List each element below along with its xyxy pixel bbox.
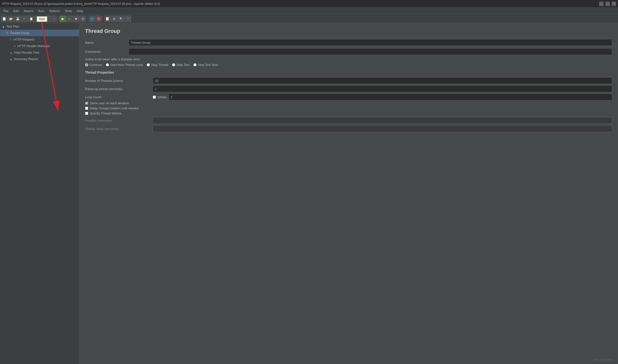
comments-input[interactable] [129, 48, 612, 55]
menu-options[interactable]: Options [46, 8, 62, 14]
specify-lifetime-checkbox[interactable] [85, 112, 88, 115]
sidebar-item-view-results-tree[interactable]: ▲ View Results Tree [0, 49, 79, 56]
sidebar-item-summary-report[interactable]: ▲ Summary Report [0, 56, 79, 62]
menu-help[interactable]: Help [74, 8, 86, 14]
radio-stop-test[interactable]: Stop Test [172, 63, 190, 67]
startup-delay-label: Startup delay (seconds): [85, 127, 153, 130]
startup-delay-input[interactable] [153, 125, 612, 132]
name-row: Name: [85, 39, 612, 46]
toolbar-collapse[interactable]: − [51, 16, 57, 22]
loop-count-label: Loop Count: [85, 95, 153, 99]
thread-group-icon: ⚙ [6, 31, 8, 35]
specify-lifetime-row[interactable]: Specify Thread lifetime [85, 112, 612, 115]
menu-bar: File Edit Search Run Options Tools Help [0, 8, 618, 14]
sidebar-item-label-view-results-tree: View Results Tree [14, 51, 39, 54]
radio-stop-thread-label[interactable]: Stop Thread [151, 63, 168, 67]
toolbar-stop[interactable]: ⏹ [73, 16, 79, 22]
delay-thread-checkbox[interactable] [85, 107, 88, 110]
same-user-label[interactable]: Same user on each iteration [90, 101, 129, 105]
toolbar-new[interactable]: 📄 [1, 16, 7, 22]
toolbar-search[interactable]: 🔍 [118, 16, 124, 22]
sidebar-item-http-header-manager[interactable]: ✕ HTTP Header Manager [0, 43, 79, 49]
toolbar-start[interactable]: ▶ [59, 16, 66, 22]
toolbar-save[interactable]: 💾 [14, 16, 21, 22]
test-plan-icon: ▲ [2, 25, 5, 28]
same-user-checkbox[interactable] [85, 102, 88, 105]
panel-title: Thread Group [85, 28, 612, 34]
num-threads-input[interactable] [153, 77, 612, 84]
radio-stop-thread[interactable]: Stop Thread [147, 63, 168, 67]
delay-thread-label[interactable]: Delay Thread creation until needed [90, 106, 138, 110]
sidebar-item-label-summary-report: Summary Report [14, 57, 38, 61]
action-error-radio-group: Continue Start Next Thread Loop Stop Thr… [85, 63, 612, 67]
duration-row: Duration (seconds): [85, 117, 612, 124]
action-error-label: Action to be taken after a Sampler error [85, 57, 612, 61]
action-error-section: Action to be taken after a Sampler error… [85, 57, 612, 67]
title-bar: HTTP Request_2023-07-09.jmx (D:\java\apa… [0, 0, 618, 8]
toolbar-remote-start[interactable]: 🌐 [89, 16, 95, 22]
sidebar: ▲ Test Plan ⚙ Thread Group ✓ HTTP Reques… [0, 23, 79, 364]
comments-label: Comments: [85, 50, 129, 53]
radio-stop-test-label[interactable]: Stop Test [177, 63, 190, 67]
radio-start-next[interactable]: Start Next Thread Loop [106, 63, 143, 67]
toolbar-shutdown[interactable]: ⏻ [80, 16, 86, 22]
minimize-button[interactable]: — [599, 2, 604, 6]
sidebar-item-http-request[interactable]: ✓ HTTP Request [0, 36, 79, 43]
sidebar-item-label-test-plan: Test Plan [6, 25, 19, 28]
start-tooltip: Start [37, 16, 47, 22]
menu-file[interactable]: File [1, 8, 11, 14]
window-title: HTTP Request_2023-07-09.jmx (D:\java\apa… [2, 2, 160, 6]
radio-start-next-label[interactable]: Start Next Thread Loop [110, 63, 143, 67]
radio-stop-test-now[interactable]: Stop Test Now [193, 63, 218, 67]
toolbar-help[interactable]: ? [125, 16, 131, 22]
infinite-checkbox[interactable] [153, 96, 156, 99]
toolbar: 📄 📂 💾 ✂ 📋 📌 + − ▶ ▷ ⏹ ⏻ 🌐 🛑 📝 🗑 🔍 ? [0, 14, 618, 23]
toolbar-template[interactable]: 📝 [104, 16, 111, 22]
same-user-row[interactable]: Same user on each iteration [85, 101, 612, 105]
toolbar-sep-4 [103, 16, 103, 21]
view-results-tree-icon: ▲ [10, 51, 13, 54]
delay-thread-row[interactable]: Delay Thread creation until needed [85, 106, 612, 110]
rampup-input[interactable] [153, 85, 612, 92]
title-bar-controls: — □ ✕ [599, 2, 616, 6]
sidebar-item-thread-group[interactable]: ⚙ Thread Group [0, 30, 79, 36]
rampup-label: Ramp-up period (seconds): [85, 87, 153, 91]
loop-count-row: Loop Count: Infinite [85, 93, 612, 101]
maximize-button[interactable]: □ [605, 2, 610, 6]
specify-lifetime-label[interactable]: Specify Thread lifetime [90, 112, 122, 115]
num-threads-row: Number of Threads (users): [85, 77, 612, 84]
toolbar-sep-3 [87, 16, 87, 21]
toolbar-sep-2 [58, 16, 58, 21]
menu-tools[interactable]: Tools [62, 8, 74, 14]
sidebar-item-label-http-request: HTTP Request [14, 38, 34, 41]
toolbar-cut[interactable]: ✂ [21, 16, 27, 22]
menu-search[interactable]: Search [21, 8, 36, 14]
duration-input[interactable] [153, 117, 612, 124]
radio-continue-label[interactable]: Continue [89, 63, 102, 67]
close-button[interactable]: ✕ [612, 2, 616, 6]
radio-stop-test-now-label[interactable]: Stop Test Now [198, 63, 218, 67]
main-layout: ▲ Test Plan ⚙ Thread Group ✓ HTTP Reques… [0, 23, 618, 364]
sidebar-item-label-thread-group: Thread Group [10, 31, 29, 35]
loop-count-input[interactable] [168, 94, 612, 100]
name-label: Name: [85, 41, 129, 44]
name-input[interactable] [129, 39, 612, 46]
startup-delay-row: Startup delay (seconds): [85, 125, 612, 132]
toolbar-remote-stop[interactable]: 🛑 [96, 16, 102, 22]
toolbar-copy[interactable]: 📋 [28, 16, 34, 22]
sidebar-item-label-http-header-manager: HTTP Header Manager [17, 44, 50, 48]
http-request-icon: ✓ [10, 38, 12, 41]
toolbar-open[interactable]: 📂 [8, 16, 14, 22]
infinite-label[interactable]: Infinite [157, 95, 166, 99]
watermark: CSDN @ACGkaka [591, 358, 614, 361]
summary-report-icon: ▲ [10, 57, 13, 61]
thread-properties-header: Thread Properties [85, 70, 612, 74]
menu-edit[interactable]: Edit [11, 8, 21, 14]
radio-continue[interactable]: Continue [85, 63, 102, 67]
sidebar-item-test-plan[interactable]: ▲ Test Plan [0, 23, 79, 30]
toolbar-clear[interactable]: 🗑 [111, 16, 117, 22]
content-panel: Thread Group Name: Comments: Action to b… [79, 23, 618, 364]
menu-run[interactable]: Run [36, 8, 47, 14]
duration-label: Duration (seconds): [85, 119, 153, 122]
toolbar-start-nopauses[interactable]: ▷ [66, 16, 72, 22]
